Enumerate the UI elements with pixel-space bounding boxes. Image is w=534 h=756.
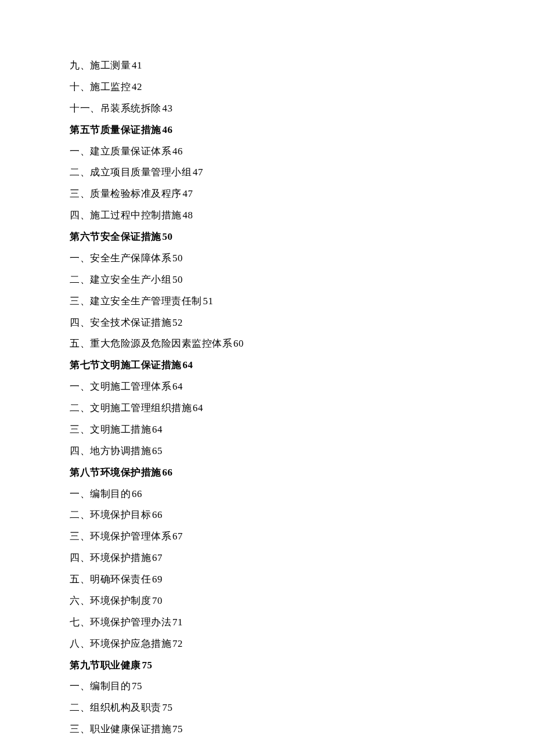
toc-entry-text: 二、文明施工管理组织措施 — [70, 402, 192, 413]
toc-page-number: 65 — [152, 445, 163, 456]
toc-entry: 九、施工测量41 — [70, 55, 464, 77]
toc-entry: 十一、吊装系统拆除43 — [70, 98, 464, 120]
toc-entry-text: 三、职业健康保证措施 — [70, 723, 171, 735]
toc-entry: 二、组织机构及职责75 — [70, 697, 464, 719]
toc-entry: 一、安全生产保障体系50 — [70, 248, 464, 269]
toc-page-number: 72 — [172, 638, 183, 649]
toc-page-number: 50 — [172, 253, 183, 264]
toc-page-number: 64 — [172, 381, 183, 392]
toc-page-number: 51 — [203, 296, 214, 307]
toc-page-number: 50 — [172, 274, 183, 285]
toc-entry-text: 三、建立安全生产管理责任制 — [70, 296, 202, 307]
toc-entry-text: 九、施工测量 — [70, 60, 131, 71]
toc-entry: 二、成立项目质量管理小组47 — [70, 162, 464, 183]
toc-page-number: 64 — [193, 402, 203, 413]
toc-section-heading: 第六节安全保证措施50 — [70, 226, 464, 248]
toc-entry: 一、文明施工管理体系64 — [70, 376, 464, 398]
toc-section-label: 第五节质量保证措施 — [70, 124, 161, 135]
toc-page-number: 48 — [183, 210, 193, 221]
toc-page-number: 66 — [132, 488, 142, 499]
toc-page-number: 46 — [172, 146, 183, 157]
toc-entry: 二、文明施工管理组织措施64 — [70, 398, 464, 419]
toc-section-heading: 第五节质量保证措施46 — [70, 120, 464, 141]
toc-entry-text: 四、地方协调措施 — [70, 445, 151, 456]
toc-page-number: 64 — [152, 424, 163, 435]
toc-entry-text: 二、环境保护目标 — [70, 509, 151, 520]
toc-entry-text: 六、环境保护制度 — [70, 595, 151, 606]
toc-entry-text: 二、成立项目质量管理小组 — [70, 167, 192, 178]
toc-entry: 三、职业健康保证措施75 — [70, 719, 464, 740]
toc-entry-text: 一、编制目的 — [70, 488, 131, 499]
toc-entry-text: 三、质量检验标准及程序 — [70, 188, 182, 199]
toc-entry: 四、地方协调措施65 — [70, 441, 464, 462]
toc-section-label: 第九节职业健康 — [70, 660, 141, 671]
toc-page-number: 64 — [183, 359, 193, 370]
toc-section-heading: 第九节职业健康75 — [70, 655, 464, 676]
toc-page-number: 50 — [163, 231, 173, 242]
toc-entry-text: 四、施工过程中控制措施 — [70, 210, 182, 221]
toc-entry-text: 八、环境保护应急措施 — [70, 638, 171, 649]
toc-entry-text: 二、组织机构及职责 — [70, 702, 161, 713]
toc-page-number: 69 — [152, 574, 163, 585]
toc-page-number: 67 — [152, 552, 163, 563]
toc-entry: 二、建立安全生产小组50 — [70, 269, 464, 291]
toc-entry: 七、环境保护管理办法71 — [70, 612, 464, 633]
toc-page-number: 75 — [172, 723, 183, 735]
toc-page-number: 41 — [132, 60, 142, 71]
toc-entry: 一、建立质量保证体系46 — [70, 141, 464, 163]
toc-entry: 三、建立安全生产管理责任制51 — [70, 291, 464, 312]
toc-page-number: 75 — [132, 681, 142, 692]
toc-entry: 四、安全技术保证措施52 — [70, 312, 464, 334]
toc-page-number: 66 — [152, 509, 163, 520]
toc-entry-text: 七、环境保护管理办法 — [70, 617, 171, 628]
toc-section-label: 第七节文明施工保证措施 — [70, 359, 182, 370]
toc-section-heading: 第七节文明施工保证措施64 — [70, 355, 464, 376]
toc-page-number: 47 — [193, 167, 203, 178]
toc-entry: 三、环境保护管理体系67 — [70, 526, 464, 548]
toc-page-number: 67 — [172, 531, 183, 542]
toc-page-number: 47 — [183, 188, 193, 199]
toc-entry: 八、环境保护应急措施72 — [70, 633, 464, 655]
toc-section-label: 第六节安全保证措施 — [70, 231, 161, 242]
toc-section-label: 第八节环境保护措施 — [70, 467, 161, 478]
toc-entry-text: 十一、吊装系统拆除 — [70, 103, 161, 114]
toc-page-number: 46 — [163, 124, 173, 135]
toc-entry: 四、环境保护措施67 — [70, 548, 464, 569]
toc-entry-text: 四、安全技术保证措施 — [70, 317, 171, 328]
toc-entry-text: 五、明确环保责任 — [70, 574, 151, 585]
toc-entry: 五、重大危险源及危险因素监控体系60 — [70, 333, 464, 355]
toc-section-heading: 第八节环境保护措施66 — [70, 462, 464, 484]
toc-entry: 十、施工监控42 — [70, 77, 464, 98]
toc-page-number: 71 — [172, 617, 183, 628]
toc-entry-text: 一、安全生产保障体系 — [70, 253, 171, 264]
toc-entry-text: 一、建立质量保证体系 — [70, 146, 171, 157]
toc-entry-text: 一、文明施工管理体系 — [70, 381, 171, 392]
toc-entry: 五、明确环保责任69 — [70, 569, 464, 591]
toc-entry: 一、编制目的75 — [70, 676, 464, 697]
toc-entry: 二、环境保护目标66 — [70, 505, 464, 526]
toc-page-number: 42 — [132, 81, 142, 92]
toc-entry-text: 五、重大危险源及危险因素监控体系 — [70, 338, 232, 349]
toc-page-number: 75 — [142, 660, 153, 671]
toc-page-number: 75 — [163, 702, 173, 713]
toc-entry-text: 三、文明施工措施 — [70, 424, 151, 435]
toc-page-number: 66 — [163, 467, 173, 478]
toc-entry-text: 三、环境保护管理体系 — [70, 531, 171, 542]
toc-page-number: 60 — [233, 338, 244, 349]
toc-entry: 六、环境保护制度70 — [70, 591, 464, 612]
toc-page-number: 43 — [163, 103, 173, 114]
toc-entry: 三、文明施工措施64 — [70, 419, 464, 441]
toc-entry-text: 一、编制目的 — [70, 681, 131, 692]
table-of-contents: 九、施工测量41 十、施工监控42 十一、吊装系统拆除43 第五节质量保证措施4… — [70, 55, 464, 740]
toc-page-number: 52 — [172, 317, 183, 328]
toc-page-number: 70 — [152, 595, 163, 606]
toc-entry: 三、质量检验标准及程序47 — [70, 183, 464, 205]
toc-entry-text: 十、施工监控 — [70, 81, 131, 92]
toc-entry-text: 二、建立安全生产小组 — [70, 274, 171, 285]
toc-entry: 一、编制目的66 — [70, 484, 464, 505]
toc-entry: 四、施工过程中控制措施48 — [70, 205, 464, 226]
toc-entry-text: 四、环境保护措施 — [70, 552, 151, 563]
